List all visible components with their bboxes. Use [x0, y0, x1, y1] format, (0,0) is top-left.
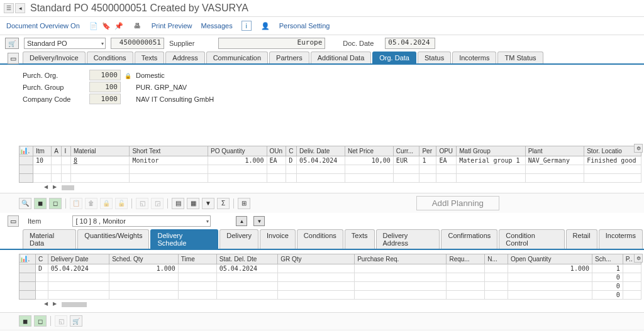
table-cell[interactable] — [278, 291, 355, 300]
item-tab-delivery-schedule[interactable]: Delivery Schedule — [150, 229, 218, 249]
create-icon[interactable]: 📄 — [89, 21, 99, 31]
purch-group-code[interactable]: 100 — [89, 82, 121, 92]
row-selector[interactable] — [19, 156, 33, 165]
items-col-header[interactable]: OPU — [436, 146, 457, 156]
lookup-icon[interactable]: 🔒 — [125, 73, 131, 79]
table-cell[interactable] — [278, 264, 355, 273]
table-cell[interactable] — [485, 282, 508, 291]
items-col-header[interactable]: Per — [419, 146, 436, 156]
table-cell[interactable] — [457, 174, 525, 183]
table-cell[interactable] — [393, 174, 419, 183]
table-cell[interactable] — [33, 165, 52, 174]
table-cell[interactable] — [355, 291, 447, 300]
row-selector[interactable] — [19, 264, 36, 273]
table-cell[interactable] — [178, 264, 216, 273]
header-tab-incoterms[interactable]: Incoterms — [452, 52, 496, 63]
row-selector[interactable] — [19, 165, 33, 174]
table-cell[interactable] — [485, 264, 508, 273]
items-col-header[interactable]: Stor. Locatio — [584, 146, 641, 156]
table-cell[interactable] — [70, 165, 129, 174]
items-col-header[interactable]: Itm — [33, 146, 52, 156]
items-col-header[interactable]: Net Price — [345, 146, 393, 156]
table-cell[interactable] — [130, 165, 208, 174]
po-number-field[interactable]: 4500000051 — [111, 38, 164, 49]
sched-select-all-icon[interactable]: ◼ — [19, 315, 31, 327]
sched-col-header[interactable]: Sched. Qty — [109, 254, 179, 264]
sched-hscroll-thumb[interactable] — [62, 302, 87, 307]
table-cell[interactable]: 8 — [70, 156, 129, 165]
table-cell[interactable] — [70, 174, 129, 183]
addl-planning-button[interactable]: Addl Planning — [416, 196, 499, 210]
delete-icon[interactable]: 🗑 — [85, 198, 97, 209]
table-cell[interactable] — [62, 156, 71, 165]
table-cell[interactable] — [48, 273, 109, 282]
table-cell[interactable] — [35, 291, 48, 300]
table-cell[interactable]: 05.04.2024 — [48, 264, 109, 273]
items-col-header[interactable]: Matl Group — [457, 146, 525, 156]
table-cell[interactable] — [208, 174, 267, 183]
items-col-header[interactable]: C — [286, 146, 297, 156]
table-cell[interactable]: 0 — [592, 282, 623, 291]
items-col-header[interactable]: Material — [70, 146, 129, 156]
table-cell[interactable] — [525, 165, 584, 174]
item-tab-quantities-weights[interactable]: Quantities/Weights — [77, 229, 149, 249]
table-cell[interactable] — [286, 165, 297, 174]
sched-col-header[interactable]: C — [35, 254, 48, 264]
extra-icon-2[interactable]: ◲ — [151, 198, 164, 209]
table-cell[interactable]: D — [286, 156, 297, 165]
other-po-icon[interactable]: 🔖 — [101, 21, 111, 31]
table-cell[interactable]: 10 — [33, 156, 52, 165]
config-icon[interactable]: ⚙ — [634, 144, 643, 153]
lock-icon[interactable]: 🔒 — [100, 198, 113, 209]
sched-cart-icon[interactable]: 🛒 — [70, 315, 82, 327]
row-selector[interactable] — [19, 273, 36, 282]
table-cell[interactable]: EA — [436, 156, 457, 165]
table-cell[interactable] — [297, 174, 345, 183]
table-cell[interactable] — [355, 282, 447, 291]
table-cell[interactable] — [508, 291, 592, 300]
table-cell[interactable] — [52, 174, 62, 183]
table-cell[interactable]: 05.04.2024 — [297, 156, 345, 165]
deselect-icon[interactable]: ◻ — [49, 198, 62, 209]
item-tab-condition-control[interactable]: Condition Control — [499, 229, 564, 249]
table-cell[interactable]: 10,00 — [345, 156, 393, 165]
header-tab-status[interactable]: Status — [418, 52, 451, 63]
sum-icon[interactable]: Σ — [217, 198, 230, 209]
prev-item-button[interactable]: ▲ — [236, 216, 247, 226]
print-preview-link[interactable]: Print Preview — [152, 22, 192, 30]
messages-link[interactable]: Messages — [201, 22, 233, 30]
sched-config-icon[interactable]: ⚙ — [634, 254, 643, 263]
table-cell[interactable] — [286, 174, 297, 183]
sched-scroll-right-icon[interactable]: ▶ — [53, 301, 60, 308]
table-cell[interactable] — [457, 165, 525, 174]
info-icon[interactable]: i — [242, 21, 252, 31]
item-select[interactable]: [ 10 ] 8 , Monitor — [72, 215, 211, 227]
table-cell[interactable]: EA — [267, 156, 286, 165]
table-cell[interactable]: 1.000 — [508, 264, 592, 273]
supplier-field[interactable]: Europe — [218, 38, 325, 49]
table-cell[interactable] — [355, 264, 447, 273]
table-cell[interactable] — [393, 165, 419, 174]
items-col-header[interactable]: OUn — [267, 146, 286, 156]
items-col-header[interactable]: A — [52, 146, 62, 156]
table-cell[interactable] — [436, 174, 457, 183]
item-tab-incoterms[interactable]: Incoterms — [599, 229, 643, 249]
table-cell[interactable] — [623, 291, 641, 300]
table-cell[interactable]: NAV_Germany — [525, 156, 584, 165]
item-tab-delivery[interactable]: Delivery — [219, 229, 258, 249]
scroll-right-icon[interactable]: ▶ — [53, 184, 60, 192]
header-tab-communication[interactable]: Communication — [206, 52, 268, 63]
table-cell[interactable]: Material group 1 — [457, 156, 525, 165]
table-cell[interactable] — [525, 174, 584, 183]
sched-col-header[interactable]: GR Qty — [278, 254, 355, 264]
header-tab-texts[interactable]: Texts — [135, 52, 165, 63]
collapse-item-detail-icon[interactable]: ▭ — [8, 215, 19, 227]
row-selector[interactable] — [19, 174, 33, 183]
table-cell[interactable] — [623, 273, 641, 282]
table-cell[interactable] — [178, 291, 216, 300]
table-cell[interactable] — [508, 273, 592, 282]
table-cell[interactable] — [62, 165, 71, 174]
sched-col-header[interactable]: Open Quantity — [508, 254, 592, 264]
cart-icon[interactable]: 🛒 — [5, 38, 19, 49]
table-cell[interactable] — [35, 273, 48, 282]
